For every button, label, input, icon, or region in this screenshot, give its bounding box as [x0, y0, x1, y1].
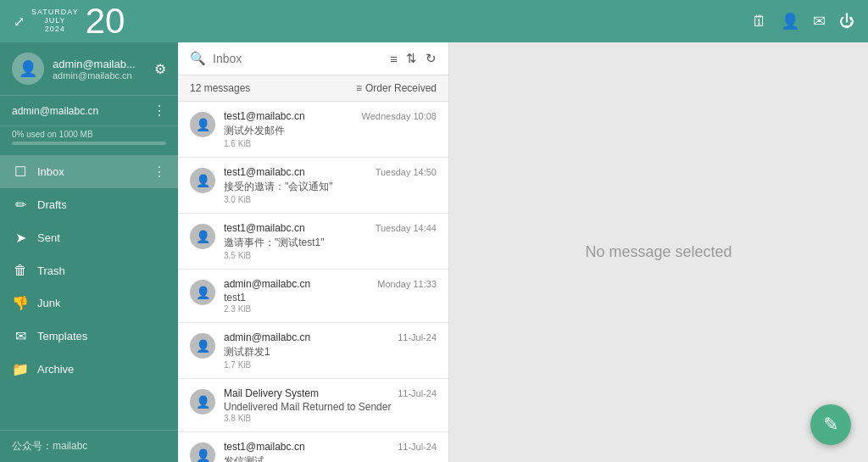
email-sender: test1@mailabc.cn: [224, 222, 305, 234]
email-item-5[interactable]: 👤 Mail Delivery System 11-Jul-24 Undeliv…: [178, 379, 448, 432]
email-item-6[interactable]: 👤 test1@mailabc.cn 11-Jul-24 发信测试: [178, 432, 448, 462]
email-size: 1.6 KiB: [224, 139, 437, 148]
email-item-2[interactable]: 👤 test1@mailabc.cn Tuesday 14:44 邀请事件："测…: [178, 214, 448, 270]
refresh-icon[interactable]: ↻: [426, 51, 437, 66]
sidebar-item-junk[interactable]: 👎 Junk: [0, 287, 178, 320]
mail-icon[interactable]: ✉: [813, 12, 826, 31]
drafts-label: Drafts: [37, 198, 166, 211]
contact-icon[interactable]: 👤: [781, 12, 799, 31]
inbox-more-icon[interactable]: ⋮: [153, 164, 166, 180]
settings-icon[interactable]: ⚙: [154, 61, 166, 77]
email-item-0[interactable]: 👤 test1@mailabc.cn Wednesday 10:08 测试外发邮…: [178, 102, 448, 158]
sidebar: 👤 admin@mailab... admin@mailabc.cn ⚙ adm…: [0, 42, 178, 462]
nav-items: ☐ Inbox ⋮ ✏ Drafts ➤ Sent 🗑 Trash 👎: [0, 152, 178, 430]
sidebar-bottom: 公众号：mailabc: [0, 430, 178, 462]
email-content: test1@mailabc.cn 11-Jul-24 发信测试: [224, 441, 437, 462]
email-top: admin@mailabc.cn Monday 11:33: [224, 278, 437, 290]
sidebar-item-trash[interactable]: 🗑 Trash: [0, 254, 178, 287]
search-bar: 🔍 ≡ ⇅ ↻: [178, 42, 448, 75]
user-info: admin@mailab... admin@mailabc.cn: [53, 58, 146, 81]
email-list-panel: 🔍 ≡ ⇅ ↻ 12 messages ≡ Order Received 👤 t…: [178, 42, 449, 462]
compose-button[interactable]: ✎: [810, 404, 851, 445]
account-row: admin@mailabc.cn ⋮: [0, 96, 178, 126]
avatar: 👤: [190, 389, 215, 415]
email-top: test1@mailabc.cn Wednesday 10:08: [224, 110, 437, 122]
email-content: test1@mailabc.cn Tuesday 14:50 接受的邀请："会议…: [224, 166, 437, 204]
calendar-icon[interactable]: 🗓: [752, 13, 767, 31]
email-sender: test1@mailabc.cn: [224, 110, 305, 122]
filter-icon[interactable]: ≡: [390, 52, 398, 66]
email-content: Mail Delivery System 11-Jul-24 Undeliver…: [224, 387, 437, 423]
email-sender: Mail Delivery System: [224, 387, 319, 399]
compose-icon: ✎: [823, 414, 838, 436]
sidebar-item-sent[interactable]: ➤ Sent: [0, 221, 178, 254]
trash-label: Trash: [37, 264, 166, 277]
archive-icon: 📁: [12, 361, 29, 377]
email-subject: Undelivered Mail Returned to Sender: [224, 401, 437, 413]
power-icon[interactable]: ⏻: [839, 13, 854, 31]
expand-icon[interactable]: ⤢: [14, 14, 25, 30]
inbox-label: Inbox: [37, 165, 144, 178]
email-subject: 接受的邀请："会议通知": [224, 180, 437, 194]
email-list: 👤 test1@mailabc.cn Wednesday 10:08 测试外发邮…: [178, 102, 448, 462]
avatar: 👤: [190, 280, 215, 305]
sidebar-item-templates[interactable]: ✉ Templates: [0, 320, 178, 353]
trash-icon: 🗑: [12, 263, 29, 278]
email-subject: 发信测试: [224, 454, 437, 462]
order-icon: ≡: [356, 82, 362, 94]
email-time: Monday 11:33: [377, 279, 437, 289]
sidebar-item-archive[interactable]: 📁 Archive: [0, 353, 178, 386]
email-time: Tuesday 14:44: [376, 223, 437, 233]
email-item-3[interactable]: 👤 admin@mailabc.cn Monday 11:33 test1 2.…: [178, 270, 448, 323]
storage-text: 0% used on 1000 MB: [12, 130, 166, 139]
message-view: No message selected ✎: [449, 42, 868, 462]
email-top: test1@mailabc.cn Tuesday 14:50: [224, 166, 437, 178]
email-size: 3.0 KiB: [224, 195, 437, 204]
date-block: SATURDAY JULY 2024: [31, 8, 79, 34]
account-more-icon[interactable]: ⋮: [153, 103, 166, 119]
search-input[interactable]: [213, 52, 383, 65]
junk-label: Junk: [37, 297, 166, 309]
storage-section: 0% used on 1000 MB: [0, 126, 178, 152]
email-time: Wednesday 10:08: [362, 111, 437, 121]
avatar: 👤: [190, 168, 215, 193]
email-top: test1@mailabc.cn Tuesday 14:44: [224, 222, 437, 234]
email-time: Tuesday 14:50: [376, 167, 437, 177]
sidebar-bottom-text: 公众号：mailabc: [12, 440, 87, 452]
email-sender: admin@mailabc.cn: [224, 278, 310, 290]
email-top: test1@mailabc.cn 11-Jul-24: [224, 441, 437, 453]
email-item-1[interactable]: 👤 test1@mailabc.cn Tuesday 14:50 接受的邀请："…: [178, 158, 448, 214]
account-name: admin@mailabc.cn: [12, 105, 98, 117]
email-sender: test1@mailabc.cn: [224, 441, 305, 453]
header-left: ⤢ SATURDAY JULY 2024 20: [14, 3, 125, 39]
email-content: admin@mailabc.cn Monday 11:33 test1 2.3 …: [224, 278, 437, 314]
user-email-full: admin@mailabc.cn: [53, 70, 146, 81]
avatar: 👤: [190, 112, 215, 137]
sent-label: Sent: [37, 231, 166, 244]
junk-icon: 👎: [12, 295, 29, 311]
templates-icon: ✉: [12, 328, 29, 344]
list-header: 12 messages ≡ Order Received: [178, 75, 448, 102]
email-time: 11-Jul-24: [398, 442, 437, 452]
email-size: 3.8 KiB: [224, 414, 437, 423]
avatar: 👤: [190, 333, 215, 359]
email-size: 3.5 KiB: [224, 251, 437, 260]
email-subject: test1: [224, 292, 437, 303]
date-number: 20: [86, 3, 125, 39]
templates-label: Templates: [37, 330, 166, 342]
message-count: 12 messages: [190, 82, 250, 94]
sort-icon[interactable]: ⇅: [406, 51, 417, 66]
email-sender: admin@mailabc.cn: [224, 331, 310, 343]
top-header: ⤢ SATURDAY JULY 2024 20 🗓 👤 ✉ ⏻: [0, 0, 868, 42]
email-subject: 测试群发1: [224, 345, 437, 359]
avatar: 👤: [190, 224, 215, 249]
order-label: ≡ Order Received: [356, 82, 437, 94]
sent-icon: ➤: [12, 230, 29, 246]
search-icon: 🔍: [190, 51, 206, 66]
email-item-4[interactable]: 👤 admin@mailabc.cn 11-Jul-24 测试群发1 1.7 K…: [178, 323, 448, 379]
user-section: 👤 admin@mailab... admin@mailabc.cn ⚙: [0, 42, 178, 96]
email-content: admin@mailabc.cn 11-Jul-24 测试群发1 1.7 KiB: [224, 331, 437, 370]
email-content: test1@mailabc.cn Wednesday 10:08 测试外发邮件 …: [224, 110, 437, 148]
sidebar-item-inbox[interactable]: ☐ Inbox ⋮: [0, 155, 178, 188]
sidebar-item-drafts[interactable]: ✏ Drafts: [0, 188, 178, 221]
